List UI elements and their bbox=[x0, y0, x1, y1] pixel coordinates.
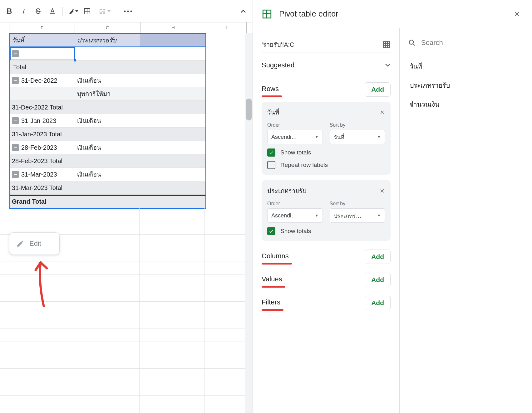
remove-card-button[interactable] bbox=[379, 109, 385, 115]
more-button[interactable] bbox=[122, 5, 134, 17]
pivot-row[interactable]: −31-Dec-2022 เงินเดือน bbox=[10, 74, 205, 87]
pivot-header-row: วันที่ ประเภทรายรับ bbox=[10, 34, 205, 47]
cell-text: 31-Dec-2022 Total bbox=[12, 104, 63, 111]
scrollbar-thumb[interactable] bbox=[246, 99, 252, 120]
pivot-table-icon bbox=[262, 9, 272, 19]
field-item[interactable]: ประเภทรายรับ bbox=[408, 76, 523, 95]
collapse-toolbar-button[interactable] bbox=[237, 5, 249, 17]
svg-rect-7 bbox=[264, 10, 266, 13]
pivot-row[interactable]: −31-Mar-2023 เงินเดือน bbox=[10, 168, 205, 181]
checkbox-icon bbox=[267, 227, 275, 235]
show-totals-checkbox[interactable]: Show totals bbox=[267, 148, 385, 157]
selection-handle[interactable] bbox=[74, 59, 76, 61]
empty-row[interactable] bbox=[0, 328, 245, 342]
editor-fields-pane: วันที่ ประเภทรายรับ จำนวนเงิน bbox=[400, 28, 532, 413]
add-rows-button[interactable]: Add bbox=[365, 82, 391, 97]
pivot-header-c2: ประเภทรายรับ bbox=[75, 34, 140, 46]
svg-point-16 bbox=[409, 40, 413, 44]
annotation-underline bbox=[262, 263, 292, 265]
add-values-button[interactable]: Add bbox=[365, 273, 391, 287]
empty-row[interactable] bbox=[0, 208, 245, 221]
remove-card-button[interactable] bbox=[379, 188, 385, 194]
suggested-row[interactable]: Suggested bbox=[262, 61, 391, 69]
pivot-row[interactable]: Total bbox=[10, 61, 205, 74]
empty-row[interactable] bbox=[0, 302, 245, 315]
select-range-icon[interactable] bbox=[382, 41, 391, 49]
order-select[interactable]: Ascendi…▼ bbox=[267, 208, 323, 223]
search-field[interactable] bbox=[408, 34, 523, 51]
section-label: Values bbox=[262, 275, 282, 284]
svg-point-3 bbox=[124, 10, 126, 12]
sortby-select[interactable]: ประเภทร…▼ bbox=[330, 208, 385, 223]
empty-row[interactable] bbox=[0, 261, 245, 275]
search-input[interactable] bbox=[421, 39, 523, 47]
column-headers: F G H I bbox=[0, 22, 253, 33]
empty-row[interactable] bbox=[0, 369, 245, 382]
cell-text: 28-Feb-2023 bbox=[21, 144, 57, 151]
empty-row[interactable] bbox=[0, 288, 245, 302]
sortby-select[interactable]: วันที่▼ bbox=[330, 130, 385, 144]
row-card: วันที่ Order Ascendi…▼ Sort by วันที่▼ bbox=[262, 102, 391, 175]
collapse-icon[interactable]: − bbox=[12, 171, 19, 178]
vertical-scrollbar[interactable] bbox=[245, 33, 253, 413]
pivot-row[interactable]: 28-Feb-2023 Total bbox=[10, 154, 205, 168]
checkbox-icon bbox=[267, 148, 275, 157]
collapse-icon[interactable]: − bbox=[12, 77, 19, 84]
empty-row[interactable] bbox=[0, 382, 245, 396]
col-header-H[interactable]: H bbox=[140, 22, 206, 33]
col-header-F[interactable]: F bbox=[9, 22, 75, 33]
field-item[interactable]: วันที่ bbox=[408, 57, 523, 76]
add-filters-button[interactable]: Add bbox=[365, 296, 391, 310]
cell-text: Grand Total bbox=[12, 198, 47, 205]
grid[interactable]: F G H I วันที่ ประเภทรายรับ − bbox=[0, 22, 253, 413]
empty-row[interactable] bbox=[0, 342, 245, 355]
svg-rect-11 bbox=[383, 41, 390, 48]
pivot-row[interactable]: − bbox=[10, 47, 205, 61]
empty-row[interactable] bbox=[0, 275, 245, 288]
italic-button[interactable]: I bbox=[17, 5, 30, 17]
data-range-text: 'รายรับ'!A:C bbox=[262, 40, 294, 50]
collapse-icon[interactable]: − bbox=[12, 144, 19, 151]
data-range-row[interactable]: 'รายรับ'!A:C bbox=[262, 37, 391, 52]
col-header-G[interactable]: G bbox=[75, 22, 140, 33]
pivot-table[interactable]: วันที่ ประเภทรายรับ − bbox=[9, 33, 206, 209]
col-header-I[interactable]: I bbox=[206, 22, 247, 33]
pivot-row[interactable]: 31-Mar-2023 Total bbox=[10, 181, 205, 195]
add-columns-button[interactable]: Add bbox=[365, 250, 391, 264]
pivot-row[interactable]: −28-Feb-2023 เงินเดือน bbox=[10, 141, 205, 154]
pivot-row[interactable]: −31-Jan-2023 เงินเดือน bbox=[10, 114, 205, 128]
checkbox-label: Show totals bbox=[280, 228, 311, 235]
collapse-icon[interactable]: − bbox=[12, 50, 19, 57]
edit-label: Edit bbox=[29, 240, 41, 248]
borders-button[interactable] bbox=[81, 5, 93, 17]
cell-text: 31-Mar-2023 Total bbox=[12, 184, 62, 192]
strikethrough-button[interactable]: S bbox=[32, 5, 44, 17]
caret-down-icon: ▼ bbox=[377, 213, 381, 218]
empty-row[interactable] bbox=[0, 315, 245, 328]
empty-row[interactable] bbox=[0, 409, 245, 413]
repeat-labels-checkbox[interactable]: Repeat row labels bbox=[267, 161, 385, 169]
fill-color-button[interactable] bbox=[66, 5, 79, 17]
merge-button[interactable] bbox=[95, 5, 114, 17]
text-color-button[interactable] bbox=[46, 5, 59, 17]
order-select[interactable]: Ascendi…▼ bbox=[267, 130, 323, 144]
annotation-underline bbox=[262, 309, 283, 311]
close-button[interactable] bbox=[511, 8, 523, 20]
pivot-row[interactable]: 31-Jan-2023 Total bbox=[10, 128, 205, 141]
pivot-header-c1: วันที่ bbox=[10, 34, 75, 46]
field-item[interactable]: จำนวนเงิน bbox=[408, 95, 523, 114]
pivot-row[interactable]: 31-Dec-2022 Total bbox=[10, 101, 205, 114]
close-icon bbox=[514, 11, 520, 17]
svg-rect-8 bbox=[267, 10, 270, 13]
edit-pivot-chip[interactable]: Edit bbox=[9, 233, 59, 255]
collapse-icon[interactable]: − bbox=[12, 117, 19, 124]
cell-text: บุพการีให้มา bbox=[77, 89, 111, 99]
bold-button[interactable]: B bbox=[3, 5, 16, 17]
empty-row[interactable] bbox=[0, 396, 245, 409]
select-all-corner[interactable] bbox=[0, 22, 9, 33]
show-totals-checkbox[interactable]: Show totals bbox=[267, 227, 385, 235]
empty-row[interactable] bbox=[0, 355, 245, 369]
spreadsheet-area: B I S bbox=[0, 0, 253, 413]
pivot-grand-total[interactable]: Grand Total bbox=[10, 195, 205, 208]
pivot-row[interactable]: บุพการีให้มา bbox=[10, 87, 205, 101]
